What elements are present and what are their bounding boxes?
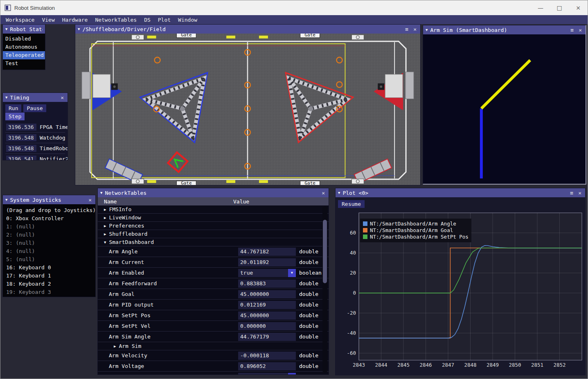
step-button[interactable]: Step — [5, 113, 25, 120]
robot-state-option-test[interactable]: Test — [3, 59, 45, 68]
svg-text:2845: 2845 — [397, 362, 410, 368]
tree-collapsed-icon[interactable]: ▶ — [114, 344, 116, 348]
vertical-scrollbar[interactable] — [322, 206, 327, 373]
timing-titlebar[interactable]: ▼ Timing × — [3, 93, 68, 102]
close-icon[interactable]: × — [320, 190, 326, 196]
timing-label: TimedRobot — [40, 145, 68, 151]
combo-dropdown-icon[interactable]: ▼ — [288, 269, 296, 277]
combo-dropdown-icon[interactable]: ▼ — [288, 373, 296, 374]
value-type: double — [299, 302, 318, 308]
menu-item-hardware[interactable]: Hardware — [59, 16, 92, 23]
nt-entry-name: Arm Velocity — [109, 352, 147, 359]
robot-state-window: ▼ Robot State DisabledAutonomousTeleoper… — [2, 24, 45, 70]
timing-value: 3196.548 — [6, 145, 36, 152]
table-row[interactable]: ▼SmartDashboard — [98, 238, 329, 246]
menu-item-workspace[interactable]: Workspace — [2, 16, 38, 23]
nt-entry-name: Arm Sim — [119, 343, 141, 349]
tree-expanded-icon[interactable]: ▼ — [104, 240, 106, 244]
maximize-button[interactable]: □ — [550, 0, 569, 15]
joystick-item: 19: Keyboard 3 — [3, 288, 95, 296]
close-icon[interactable]: × — [577, 190, 583, 196]
table-row[interactable]: ▶Shuffleboard — [98, 230, 329, 238]
close-icon[interactable]: × — [412, 26, 418, 32]
value-input[interactable]: 0.000000 — [238, 322, 296, 330]
field-titlebar[interactable]: ▼ /Shuffleboard/Driver/Field ≡ × — [75, 25, 420, 34]
timing-value: 3196.536 — [6, 124, 36, 131]
pause-button[interactable]: Pause — [23, 104, 46, 112]
value-input[interactable]: 45.000000 — [238, 311, 296, 320]
value-type: double — [299, 280, 318, 287]
plot-titlebar[interactable]: ▼ Plot <0> ≡ × — [336, 188, 585, 197]
nt-name-cell: ▶LiveWindow — [98, 214, 141, 221]
robot-state-option-autonomous[interactable]: Autonomous — [3, 43, 45, 51]
tree-collapsed-icon[interactable]: ▶ — [104, 208, 106, 212]
field-canvas[interactable]: Gate Gate Gate Gate — [75, 34, 420, 185]
collapse-icon[interactable]: ▼ — [338, 191, 340, 195]
nt-name-cell: Arm Goal — [98, 291, 135, 297]
hamburger-icon[interactable]: ≡ — [404, 26, 410, 32]
menu-item-ds[interactable]: DS — [140, 16, 154, 23]
timing-value: 3196.541 — [6, 156, 36, 160]
joystick-list: (Drag and drop to Joysticks)0: Xbox Cont… — [3, 204, 95, 297]
close-icon[interactable]: × — [59, 95, 65, 101]
menu-item-networktables[interactable]: NetworkTables — [91, 16, 140, 23]
value-input[interactable]: -0.000118 — [238, 352, 296, 360]
nt-entry-name: Arm Enabled — [109, 270, 144, 276]
minimize-button[interactable]: — — [531, 0, 550, 15]
value-input[interactable]: 44.767182 — [238, 248, 296, 256]
resume-button[interactable]: Resume — [338, 200, 365, 208]
robot-state-option-disabled[interactable]: Disabled — [3, 35, 45, 43]
value-input[interactable]: 0.896052 — [238, 362, 296, 370]
value-input[interactable]: 20.011892 — [238, 258, 296, 266]
nt-name-cell: ▶FMSInfo — [98, 206, 131, 212]
bool-combo[interactable]: true▼ — [238, 269, 296, 277]
titlebar: Robot Simulation — □ × — [0, 0, 588, 15]
svg-text:2843: 2843 — [353, 362, 365, 368]
table-row: Arm Goal45.000000double — [98, 289, 329, 300]
table-row[interactable]: ▶FMSInfo — [98, 205, 329, 214]
nt-name-cell: ▶Shuffleboard — [98, 231, 147, 237]
collapse-icon[interactable]: ▼ — [5, 95, 7, 99]
collapse-icon[interactable]: ▼ — [5, 198, 7, 202]
table-row: ▼ — [98, 372, 329, 374]
robot-state-option-teleoperated[interactable]: Teleoperated — [3, 51, 45, 59]
timing-value: 3196.548 — [6, 134, 36, 141]
value-input[interactable]: 45.000000 — [238, 290, 296, 298]
close-icon[interactable]: × — [87, 197, 93, 203]
scrollbar-thumb[interactable] — [323, 220, 327, 283]
nt-name-cell: Arm PID output — [98, 302, 154, 308]
collapse-icon[interactable]: ▼ — [5, 27, 7, 31]
plot-canvas[interactable]: 2843284428452846284728482849285028512852… — [336, 197, 585, 375]
tree-collapsed-icon[interactable]: ▶ — [104, 216, 106, 220]
robot-state-titlebar[interactable]: ▼ Robot State — [3, 25, 45, 34]
menu-item-window[interactable]: Window — [174, 16, 201, 23]
nt-name-cell: Arm Sim Angle — [98, 334, 151, 340]
menu-item-plot[interactable]: Plot — [154, 16, 174, 23]
hamburger-icon[interactable]: ≡ — [569, 190, 574, 196]
tree-collapsed-icon[interactable]: ▶ — [104, 232, 106, 236]
value-input[interactable]: 44.767179 — [238, 333, 296, 341]
value-input[interactable]: 0.883883 — [238, 280, 296, 288]
close-icon[interactable]: × — [577, 27, 583, 33]
close-button[interactable]: × — [569, 0, 588, 15]
table-row[interactable]: ▶LiveWindow — [98, 214, 329, 222]
joysticks-titlebar[interactable]: ▼ System Joysticks × — [3, 195, 95, 204]
hamburger-icon[interactable]: ≡ — [569, 27, 575, 33]
collapse-icon[interactable]: ▼ — [78, 27, 80, 31]
timing-label: Notifier2 — [40, 156, 68, 160]
timing-buttons: RunPauseStep — [5, 104, 65, 120]
collapse-icon[interactable]: ▼ — [426, 28, 428, 32]
arm-sim-titlebar[interactable]: ▼ Arm Sim (SmartDashboard) ≡ × — [423, 25, 586, 34]
nt-entry-name: Arm SetPt Pos — [109, 312, 151, 318]
value-input[interactable]: 0.012169 — [238, 301, 296, 309]
networktables-titlebar[interactable]: ▼ NetworkTables × — [98, 188, 329, 197]
table-row[interactable]: ▶Preferences — [98, 222, 329, 230]
run-button[interactable]: Run — [5, 104, 21, 112]
collapse-icon[interactable]: ▼ — [100, 191, 102, 195]
bool-combo[interactable]: ▼ — [238, 373, 296, 374]
nt-column-value: Value — [233, 199, 249, 205]
plot-title: Plot <0> — [342, 190, 566, 196]
tree-collapsed-icon[interactable]: ▶ — [104, 224, 106, 228]
menu-item-view[interactable]: View — [38, 16, 58, 23]
table-row[interactable]: ▶Arm Sim — [98, 342, 329, 350]
